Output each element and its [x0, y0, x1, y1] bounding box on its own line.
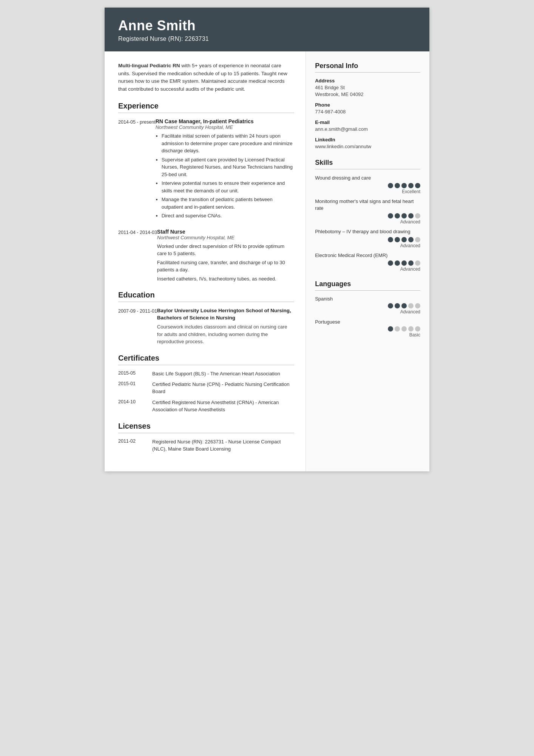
skill-dot: [395, 213, 400, 218]
skill-dot: [415, 260, 420, 266]
experience-title: Experience: [118, 102, 294, 113]
cert-date-3: 2014-10: [118, 399, 152, 414]
skills-section: Skills Wound dressing and care Excellent: [315, 159, 420, 272]
skill-level-1: Excellent: [315, 189, 420, 194]
exp-content-1: RN Case Manager, In-patient Pediatrics N…: [156, 118, 295, 221]
resume: Anne Smith Registered Nurse (RN): 226373…: [105, 8, 429, 471]
skill-dot: [408, 237, 414, 242]
skill-dots-2: [315, 213, 420, 218]
right-column: Personal Info Address 461 Bridge StWestb…: [306, 51, 429, 472]
skill-item-4: Electronic Medical Record (EMR) Advanced: [315, 252, 420, 272]
skill-dot: [388, 260, 393, 266]
edu-content-1: Baylor University Louise Herrington Scho…: [157, 307, 294, 345]
skill-dots-3: [315, 237, 420, 242]
lang-item-1: Spanish Advanced: [315, 296, 420, 314]
linkedin-value: www.linkedin.com/annutw: [315, 143, 420, 150]
skill-item-1: Wound dressing and care Excellent: [315, 175, 420, 194]
bullet-item: Facilitate initial screen of patients wi…: [162, 132, 295, 155]
lang-dot: [388, 326, 393, 332]
email-label: E-mail: [315, 119, 420, 125]
skill-level-2: Advanced: [315, 219, 420, 225]
skill-dot: [395, 183, 400, 188]
skill-dot: [415, 237, 420, 242]
lang-dot: [388, 303, 393, 308]
bullet-item: Supervise all patient care provided by L…: [162, 156, 295, 178]
skill-dot: [395, 260, 400, 266]
cert-content-3: Certified Registered Nurse Anesthetist (…: [152, 399, 294, 414]
exp-text-line-3: Inserted catheters, IVs, tracheotomy tub…: [157, 275, 294, 283]
skill-dot: [388, 183, 393, 188]
exp-date-2: 2011-04 - 2014-03: [118, 229, 157, 283]
skill-dot: [388, 237, 393, 242]
license-date-1: 2011-02: [118, 438, 152, 453]
skill-dots-1: [315, 183, 420, 188]
languages-title: Languages: [315, 280, 420, 291]
licenses-section: Licenses 2011-02 Registered Nurse (RN): …: [118, 422, 294, 453]
lang-level-1: Advanced: [315, 309, 420, 314]
edu-date-1: 2007-09 - 2011-01: [118, 307, 157, 345]
skill-dot: [395, 237, 400, 242]
bullet-item: Manage the transition of pediatric patie…: [162, 196, 295, 211]
lang-dot: [395, 326, 400, 332]
left-column: Multi-lingual Pediatric RN with 5+ years…: [105, 51, 306, 472]
exp-content-2: Staff Nurse Northwest Community Hospital…: [157, 229, 294, 283]
candidate-subtitle: Registered Nurse (RN): 2263731: [118, 36, 416, 42]
skill-dot: [388, 213, 393, 218]
skill-name-1: Wound dressing and care: [315, 175, 420, 181]
cert-content-2: Certified Pediatric Nurse (CPN) - Pediat…: [152, 381, 294, 395]
skill-name-3: Phlebotomy – IV therapy and blood drawin…: [315, 228, 420, 235]
experience-section: Experience 2014-05 - present RN Case Man…: [118, 102, 294, 282]
address-label: Address: [315, 78, 420, 84]
skill-dot: [415, 183, 420, 188]
lang-dot: [408, 326, 414, 332]
skill-dot: [401, 183, 407, 188]
skill-name-2: Monitoring mother's vital signs and feta…: [315, 198, 420, 212]
exp-text-2: Worked under direct supervision of RN to…: [157, 243, 294, 283]
lang-item-2: Portuguese Basic: [315, 319, 420, 338]
skill-dot: [415, 213, 420, 218]
skill-item-2: Monitoring mother's vital signs and feta…: [315, 198, 420, 225]
skill-dot: [408, 260, 414, 266]
phone-value: 774-987-4008: [315, 108, 420, 116]
cert-date-2: 2015-01: [118, 381, 152, 395]
personal-info-fields: Address 461 Bridge StWestbrook, ME 04092…: [315, 78, 420, 150]
skill-dot: [401, 260, 407, 266]
cert-item-2: 2015-01 Certified Pediatric Nurse (CPN) …: [118, 381, 294, 395]
cert-item-1: 2015-05 Basic Life Support (BLS) - The A…: [118, 370, 294, 378]
lang-name-2: Portuguese: [315, 319, 420, 325]
skill-dot: [401, 213, 407, 218]
languages-section: Languages Spanish Advanced Portugues: [315, 280, 420, 338]
cert-content-1: Basic Life Support (BLS) - The American …: [152, 370, 294, 378]
personal-info-section: Personal Info Address 461 Bridge StWestb…: [315, 62, 420, 150]
exp-item-2: 2011-04 - 2014-03 Staff Nurse Northwest …: [118, 229, 294, 283]
lang-dot: [415, 303, 420, 308]
certificates-section: Certificates 2015-05 Basic Life Support …: [118, 354, 294, 414]
phone-label: Phone: [315, 102, 420, 108]
summary-bold: Multi-lingual Pediatric RN: [118, 63, 180, 68]
skill-level-4: Advanced: [315, 266, 420, 272]
exp-company-2: Northwest Community Hospital, ME: [157, 235, 294, 240]
exp-text-line-2: Facilitated nursing care, transfer, and …: [157, 259, 294, 274]
skill-dot: [408, 213, 414, 218]
lang-dot: [401, 326, 407, 332]
exp-text-line-1: Worked under direct supervision of RN to…: [157, 243, 294, 257]
education-title: Education: [118, 291, 294, 302]
bullet-item: Direct and supervise CNAs.: [162, 212, 295, 220]
lang-level-2: Basic: [315, 332, 420, 338]
license-content-1: Registered Nurse (RN): 2263731 - Nurse L…: [152, 438, 294, 453]
skill-item-3: Phlebotomy – IV therapy and blood drawin…: [315, 228, 420, 248]
license-item-1: 2011-02 Registered Nurse (RN): 2263731 -…: [118, 438, 294, 453]
skill-dots-4: [315, 260, 420, 266]
edu-degree-1: Baylor University Louise Herrington Scho…: [157, 307, 294, 322]
skill-dot: [408, 183, 414, 188]
skills-title: Skills: [315, 159, 420, 169]
body-layout: Multi-lingual Pediatric RN with 5+ years…: [105, 51, 429, 472]
lang-dots-1: [315, 303, 420, 308]
bullet-item: Interview potential nurses to ensure the…: [162, 180, 295, 194]
lang-dot: [415, 326, 420, 332]
cert-date-1: 2015-05: [118, 370, 152, 378]
header-section: Anne Smith Registered Nurse (RN): 226373…: [105, 8, 429, 51]
lang-dot: [401, 303, 407, 308]
exp-bullets-1: Facilitate initial screen of patients wi…: [156, 132, 295, 220]
lang-dots-2: [315, 326, 420, 332]
